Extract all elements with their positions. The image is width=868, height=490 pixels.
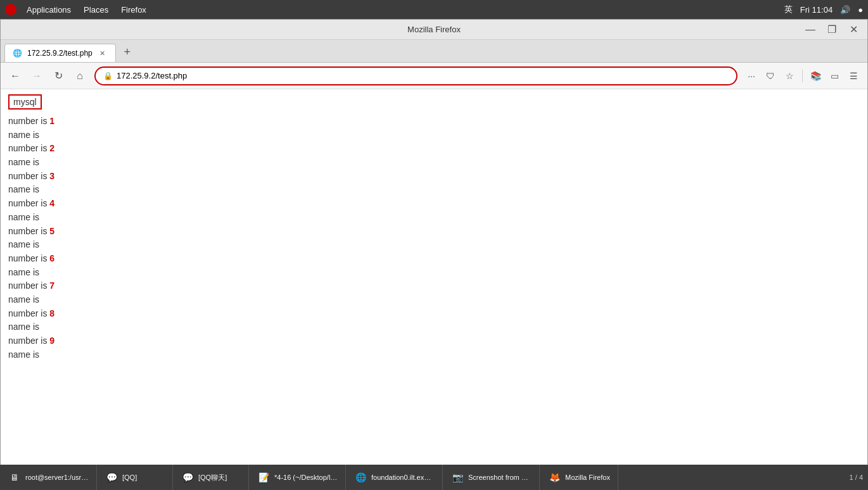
volume-icon[interactable]: 🔊 xyxy=(840,5,850,15)
menu-button[interactable]: ☰ xyxy=(845,67,862,85)
list-item: number is 1 xyxy=(8,115,860,129)
list-item: number is 2 xyxy=(8,142,860,156)
nav-bar: ← → ↻ ⌂ 🔒 ··· 🛡 ☆ 📚 ▭ ☰ xyxy=(1,63,867,89)
reload-button[interactable]: ↻ xyxy=(49,66,68,85)
number-value: 8 xyxy=(49,308,54,318)
content-rows: number is 1name is number is 2name is nu… xyxy=(8,115,860,361)
forward-button[interactable]: → xyxy=(27,66,46,85)
list-item: number is 7 xyxy=(8,279,860,293)
list-item: name is xyxy=(8,238,860,252)
number-value: 9 xyxy=(49,336,54,346)
foundation-icon: 🌐 xyxy=(354,470,367,484)
firefox-icon: 🦊 xyxy=(547,470,561,484)
home-button[interactable]: ⌂ xyxy=(70,66,89,85)
editor-icon: 📝 xyxy=(257,470,271,484)
sidebar-button[interactable]: ▭ xyxy=(826,67,843,85)
list-item: name is xyxy=(8,211,860,225)
tab-close-button[interactable]: ✕ xyxy=(98,48,108,58)
restore-button[interactable]: ❐ xyxy=(823,21,841,39)
number-value: 2 xyxy=(49,143,54,153)
language-indicator[interactable]: 英 xyxy=(784,4,793,15)
number-value: 6 xyxy=(49,253,54,263)
tab-bar: 🌐 172.25.9.2/test.php ✕ + xyxy=(1,40,867,63)
nav-right-buttons: ··· 🛡 ☆ 📚 ▭ ☰ xyxy=(743,67,862,85)
firefox-menu[interactable]: Firefox xyxy=(115,5,153,15)
list-item: number is 3 xyxy=(8,170,860,184)
number-value: 4 xyxy=(49,198,54,208)
taskbar-item-foundation[interactable]: 🌐 foundation0.ilt.exampl... xyxy=(346,465,443,490)
list-item: number is 4 xyxy=(8,197,860,211)
new-tab-button[interactable]: + xyxy=(118,43,136,61)
network-icon: ● xyxy=(858,5,863,15)
separator xyxy=(802,70,803,82)
system-taskbar-top: Applications Places Firefox 英 Fri 11:04 … xyxy=(0,0,868,19)
list-item: number is 6 xyxy=(8,252,860,266)
url-input[interactable] xyxy=(117,71,729,80)
applications-menu[interactable]: Applications xyxy=(20,5,77,15)
number-value: 3 xyxy=(49,171,54,181)
terminal-label: root@server1:/usr/local xyxy=(25,474,89,481)
taskbar-item-editor[interactable]: 📝 *4-16 (~/Desktop/luxi... xyxy=(249,465,346,490)
taskbar-item-screenshot[interactable]: 📷 Screenshot from 202... xyxy=(443,465,540,490)
screenshot-icon: 📷 xyxy=(450,470,464,484)
list-item: name is xyxy=(8,293,860,307)
taskbar-page-info: 1 / 4 xyxy=(850,474,868,481)
foundation-label: foundation0.ilt.exampl... xyxy=(371,474,435,481)
minimize-button[interactable]: — xyxy=(801,21,819,39)
app-logo-icon xyxy=(5,4,16,15)
browser-title: Mozilla Firefox xyxy=(407,25,461,34)
list-item: name is xyxy=(8,320,860,334)
taskbar-item-firefox[interactable]: 🦊 Mozilla Firefox xyxy=(540,465,618,490)
tab-label: 172.25.9.2/test.php xyxy=(27,49,93,58)
terminal-icon: 🖥 xyxy=(8,470,22,484)
list-item: number is 8 xyxy=(8,307,860,321)
svg-point-0 xyxy=(8,6,14,13)
firefox-label: Mozilla Firefox xyxy=(565,474,610,481)
browser-title-bar: Mozilla Firefox — ❐ ✕ xyxy=(1,20,867,40)
screenshot-label: Screenshot from 202... xyxy=(468,474,532,481)
taskbar-item-qq-chat[interactable]: 💬 [QQ聊天] xyxy=(173,465,249,490)
list-item: name is xyxy=(8,156,860,170)
back-button[interactable]: ← xyxy=(6,66,25,85)
qq-icon: 💬 xyxy=(105,470,118,484)
more-options-button[interactable]: ··· xyxy=(743,67,760,85)
security-icon: 🔒 xyxy=(103,72,113,80)
bookmark-button[interactable]: ☆ xyxy=(781,67,798,85)
qq-chat-label: [QQ聊天] xyxy=(198,473,227,482)
list-item: name is xyxy=(8,129,860,142)
editor-label: *4-16 (~/Desktop/luxi... xyxy=(274,474,338,481)
qq-chat-icon: 💬 xyxy=(181,470,195,484)
list-item: number is 9 xyxy=(8,334,860,348)
number-value: 7 xyxy=(49,280,54,291)
taskbar-right-area: 英 Fri 11:04 🔊 ● xyxy=(784,4,863,15)
number-value: 1 xyxy=(49,116,54,126)
close-button[interactable]: ✕ xyxy=(845,21,862,39)
mysql-label: mysql xyxy=(8,94,42,110)
list-item: name is xyxy=(8,266,860,280)
browser-tab[interactable]: 🌐 172.25.9.2/test.php ✕ xyxy=(4,44,116,62)
url-bar: 🔒 xyxy=(94,66,737,85)
number-value: 5 xyxy=(49,226,54,236)
qq-label: [QQ] xyxy=(122,474,137,481)
taskbar-item-qq[interactable]: 💬 [QQ] xyxy=(97,465,173,490)
clock: Fri 11:04 xyxy=(800,5,833,15)
list-item: number is 5 xyxy=(8,225,860,239)
browser-window: Mozilla Firefox — ❐ ✕ 🌐 172.25.9.2/test.… xyxy=(0,19,868,466)
library-button[interactable]: 📚 xyxy=(807,67,824,85)
window-controls: — ❐ ✕ xyxy=(801,21,862,39)
list-item: name is xyxy=(8,183,860,197)
tab-favicon: 🌐 xyxy=(13,49,22,58)
taskbar-item-terminal[interactable]: 🖥 root@server1:/usr/local xyxy=(0,465,97,490)
list-item: name is xyxy=(8,348,860,362)
taskbar-bottom: 🖥 root@server1:/usr/local 💬 [QQ] 💬 [QQ聊天… xyxy=(0,465,868,490)
pocket-button[interactable]: 🛡 xyxy=(762,67,779,85)
page-content: mysql number is 1name is number is 2name… xyxy=(1,89,867,465)
places-menu[interactable]: Places xyxy=(77,5,115,15)
